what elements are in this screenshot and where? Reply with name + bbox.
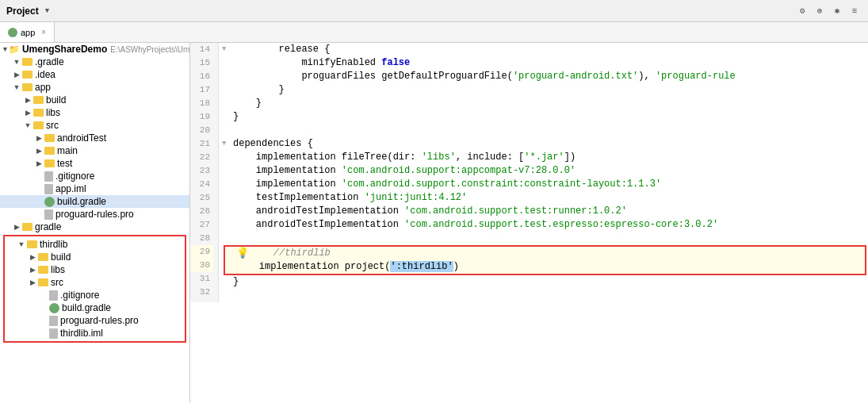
sidebar-item-main[interactable]: ▶ main — [0, 144, 189, 157]
collapse-14[interactable]: ▼ — [222, 43, 231, 56]
sidebar-item-gitignore[interactable]: ▶ .gitignore — [0, 170, 189, 182]
sidebar-build-label: build — [46, 94, 66, 106]
sidebar-item-thirdlib-buildgradle[interactable]: ▶ build.gradle — [5, 301, 185, 314]
gitignore-file-icon — [44, 171, 53, 182]
collapse-21[interactable]: ▼ — [222, 137, 231, 151]
sidebar-item-libs[interactable]: ▶ libs — [0, 106, 189, 119]
code-line-27: ▼ androidTestImplementation 'com.android… — [222, 218, 868, 232]
thirdlib-src-folder-icon — [38, 278, 48, 286]
thirdlib-folder-icon — [27, 240, 37, 248]
sidebar-idea-label: .idea — [35, 69, 55, 80]
sidebar-thirdlib-label: thirdlib — [40, 239, 67, 250]
thirdlib-build-folder-icon — [38, 253, 48, 261]
code-24-text: implementation 'com.android.support.cons… — [233, 178, 661, 191]
code-15-text: minifyEnabled false — [233, 56, 410, 70]
sidebar-item-build[interactable]: ▶ build — [0, 94, 189, 106]
ln-17: 17 — [190, 83, 213, 97]
sidebar-thirdlib-libs-label: libs — [51, 264, 65, 275]
sidebar-item-gradle[interactable]: ▶ gradle — [0, 221, 189, 233]
sidebar-main-label: main — [57, 145, 78, 156]
idea-folder-icon — [22, 71, 33, 79]
thirdlib-libs-folder-icon — [38, 266, 48, 274]
code-18-text: } — [233, 97, 262, 110]
code-line-19: ▼ } — [222, 110, 868, 124]
code-line-14: ▼ release { — [222, 43, 868, 56]
sidebar-gitignore-label: .gitignore — [55, 171, 94, 182]
bulb-icon[interactable]: 💡 — [236, 247, 249, 260]
code-content: 14 15 16 17 18 19 20 21 22 23 24 25 26 2… — [190, 43, 868, 302]
sidebar-item-test[interactable]: ▶ test — [0, 157, 189, 170]
code-line-24: ▼ implementation 'com.android.support.co… — [222, 178, 868, 191]
buildgradle-file-icon — [44, 197, 55, 207]
androidtest-arrow: ▶ — [33, 134, 44, 142]
thirdlib-arrow: ▼ — [16, 240, 27, 248]
sidebar-item-thirdlib[interactable]: ▼ thirdlib — [5, 238, 185, 251]
build-folder-icon — [33, 96, 44, 104]
dropdown-arrow-icon[interactable]: ▼ — [45, 7, 49, 15]
code-21-text: dependencies { — [233, 137, 313, 151]
sidebar-androidtest-label: androidTest — [57, 132, 106, 144]
sidebar-item-app[interactable]: ▼ app — [0, 81, 189, 94]
sidebar-item-thirdlib-build[interactable]: ▶ build — [5, 251, 185, 263]
androidtest-folder-icon — [44, 134, 55, 142]
main-content: ▼ 📁 UmengShareDemo E:\ASWhyProjects\Umen… — [0, 43, 868, 403]
sidebar-item-thirdlib-gitignore[interactable]: ▶ .gitignore — [5, 289, 185, 301]
code-line-22: ▼ implementation fileTree(dir: 'libs', i… — [222, 151, 868, 164]
sidebar-thirdlib-build-label: build — [51, 251, 71, 263]
code-lines[interactable]: ▼ release { ▼ minifyEnabled false ▼ prog… — [219, 43, 868, 302]
tab-bar: app × — [0, 22, 868, 43]
root-path: E:\ASWhyProjects\UmengShareDemo — [110, 45, 190, 54]
ln-14: 14 — [190, 43, 213, 56]
sidebar-root[interactable]: ▼ 📁 UmengShareDemo E:\ASWhyProjects\Umen… — [0, 43, 189, 56]
sidebar-item-gradle-root[interactable]: ▼ .gradle — [0, 56, 189, 68]
libs-arrow: ▶ — [22, 109, 33, 117]
sidebar-thirdlib-iml-label: thirdlib.iml — [60, 328, 103, 339]
sidebar-item-thirdlib-iml[interactable]: ▶ thirdlib.iml — [5, 327, 185, 340]
ln-19: 19 — [190, 110, 213, 124]
top-bar: Project ▼ ⚙ ⊕ ✱ ≡ — [0, 0, 868, 22]
tab-app[interactable]: app × — [0, 22, 55, 42]
code-line-28: ▼ — [222, 232, 868, 245]
gear-icon[interactable]: ✱ — [830, 4, 844, 18]
code-line-16: ▼ proguardFiles getDefaultProguardFile('… — [222, 70, 868, 83]
settings-icon[interactable]: ⚙ — [795, 4, 809, 18]
code-box-highlight: ▼ 💡 //thirdlib ▼ implementation project(… — [224, 245, 866, 275]
ln-23: 23 — [190, 164, 213, 178]
thirdlib-gitignore-icon — [49, 290, 58, 301]
ln-16: 16 — [190, 70, 213, 83]
menu-icon[interactable]: ≡ — [847, 4, 862, 18]
sidebar-app-label: app — [35, 82, 51, 93]
sidebar-item-buildgradle[interactable]: ▶ build.gradle — [0, 195, 189, 208]
tab-app-label: app — [21, 28, 35, 37]
libs-folder-icon — [33, 109, 44, 117]
sidebar-item-src[interactable]: ▼ src — [0, 119, 189, 132]
sidebar-buildgradle-label: build.gradle — [57, 196, 106, 207]
sidebar-appiml-label: app.iml — [55, 183, 86, 194]
sidebar-item-thirdlib-libs[interactable]: ▶ libs — [5, 263, 185, 276]
code-32-text — [233, 289, 239, 302]
code-line-15: ▼ minifyEnabled false — [222, 56, 868, 70]
sidebar-item-proguard[interactable]: ▶ proguard-rules.pro — [0, 208, 189, 221]
code-29-text: //thirdlib — [250, 247, 331, 260]
tab-close-icon[interactable]: × — [41, 28, 46, 36]
ln-31: 31 — [190, 272, 213, 286]
build-arrow: ▶ — [22, 96, 33, 104]
ln-20: 20 — [190, 124, 213, 137]
sidebar-item-thirdlib-proguard[interactable]: ▶ proguard-rules.pro — [5, 314, 185, 327]
ln-30: 30 — [190, 259, 213, 272]
ln-28: 28 — [190, 232, 213, 245]
sidebar-item-appiml[interactable]: ▶ app.iml — [0, 182, 189, 195]
add-icon[interactable]: ⊕ — [813, 4, 827, 18]
root-arrow-icon: ▼ — [2, 45, 9, 53]
thirdlib-buildgradle-icon — [49, 303, 59, 313]
sidebar-item-thirdlib-src[interactable]: ▶ src — [5, 276, 185, 289]
code-26-text: androidTestImplementation 'com.android.s… — [233, 205, 627, 218]
sidebar-item-idea[interactable]: ▶ .idea — [0, 68, 189, 81]
ln-29: 29 — [190, 245, 213, 259]
thirdlib-proguard-icon — [49, 316, 58, 326]
code-line-25: ▼ testImplementation 'junit:junit:4.12' — [222, 191, 868, 205]
sidebar: ▼ 📁 UmengShareDemo E:\ASWhyProjects\Umen… — [0, 43, 190, 403]
sidebar-item-androidtest[interactable]: ▶ androidTest — [0, 132, 189, 144]
code-line-23: ▼ implementation 'com.android.support:ap… — [222, 164, 868, 178]
project-icon: 📁 — [9, 44, 20, 55]
